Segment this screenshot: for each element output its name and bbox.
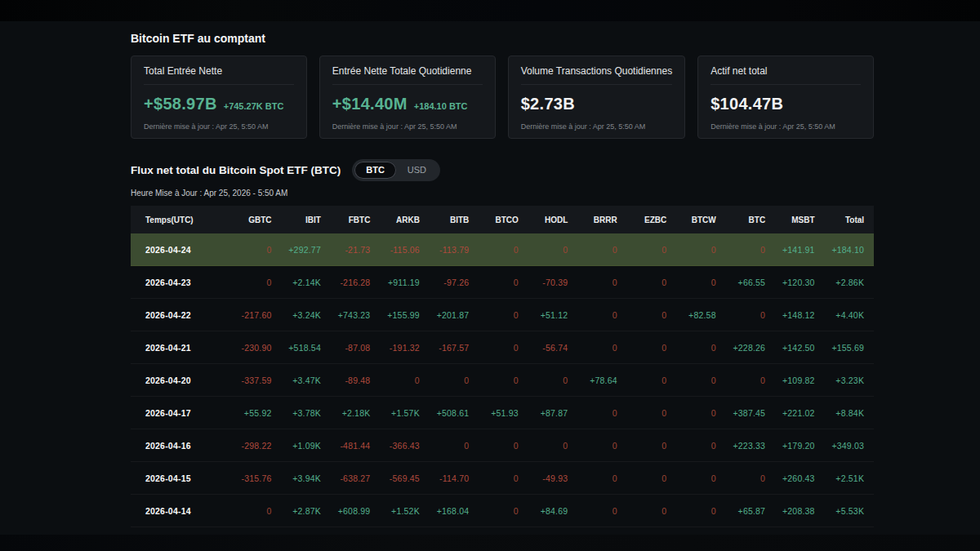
flow-value: 0 (568, 343, 617, 353)
flow-value: -481.44 (321, 441, 370, 451)
column-header-ezbc: EZBC (617, 216, 666, 224)
flow-value: 0 (666, 278, 715, 287)
flow-value: +142.50 (765, 343, 814, 353)
column-header-bitb: BITB (420, 216, 469, 224)
flow-value: -114.70 (420, 473, 469, 483)
table-row[interactable]: 2026-04-20-337.59+3.47K-89.480000+78.640… (131, 364, 874, 397)
flows-section-title: Flux net total du Bitcoin Spot ETF (BTC) (131, 164, 341, 176)
flow-value: +228.26 (716, 343, 765, 353)
flow-value: 0 (617, 441, 666, 451)
table-row[interactable]: 2026-04-22-217.60+3.24K+743.23+155.99+20… (131, 299, 874, 331)
flow-value: +208.38 (765, 506, 814, 516)
flow-value: 0 (568, 408, 617, 418)
flow-value: -366.43 (370, 441, 419, 451)
card-daily-volume: Volume Transactions Quotidiennes $2.73B … (508, 56, 685, 139)
card-sub-value: +184.10 BTC (414, 101, 468, 111)
stat-cards: Total Entrée Nette +$58.97B +745.27K BTC… (131, 56, 874, 139)
flow-value: 0 (666, 473, 715, 483)
flow-value: -569.45 (370, 473, 419, 483)
flow-value: +292.77 (271, 245, 320, 255)
flow-value: +508.61 (420, 408, 469, 418)
flow-value: +3.47K (271, 375, 320, 385)
card-title: Actif net total (710, 65, 861, 85)
page-title: Bitcoin ETF au comptant (131, 32, 874, 45)
flow-value: -87.08 (321, 343, 370, 353)
flow-value: 0 (716, 473, 765, 483)
flow-value: +179.20 (765, 441, 814, 451)
flow-value: -638.27 (321, 473, 370, 483)
flow-value: 0 (568, 310, 617, 320)
flow-value: +911.19 (370, 278, 419, 287)
card-value: +$58.97B (144, 95, 217, 113)
flow-value: 0 (469, 441, 518, 451)
flow-value: +55.92 (222, 408, 271, 418)
flow-value: +349.03 (815, 441, 864, 451)
table-row[interactable]: 2026-04-140+2.87K+608.99+1.52K+168.040+8… (131, 495, 874, 527)
card-sub-value: +745.27K BTC (224, 101, 284, 111)
table-row[interactable]: 2026-04-240+292.77-21.73-115.06-113.7900… (131, 233, 874, 266)
flow-value: 0 (617, 245, 666, 255)
flow-value: 0 (469, 473, 518, 483)
flow-value: +82.58 (666, 310, 715, 320)
flow-value: 0 (222, 245, 271, 255)
flow-value: +1.57K (370, 408, 419, 418)
flow-value: +743.23 (321, 310, 370, 320)
column-header-btco: BTCO (469, 216, 518, 224)
table-row[interactable]: 2026-04-15-315.76+3.94K-638.27-569.45-11… (131, 462, 874, 495)
flow-value: 0 (469, 245, 518, 255)
toggle-option-usd[interactable]: USD (396, 162, 438, 179)
card-updated-text: Dernière mise à jour : Apr 25, 5:50 AM (332, 122, 483, 131)
flow-value: +120.30 (765, 278, 814, 287)
flow-value: +141.91 (765, 245, 814, 255)
flow-value: 0 (568, 441, 617, 451)
flow-value: 0 (716, 245, 765, 255)
row-date: 2026-04-15 (131, 473, 222, 483)
flow-value: +4.40K (815, 310, 864, 320)
flow-value: 0 (222, 278, 271, 287)
row-date: 2026-04-24 (131, 245, 222, 255)
flow-value: 0 (617, 343, 666, 353)
flow-value: 0 (469, 506, 518, 516)
column-header-brrr: BRRR (568, 216, 617, 224)
flows-section-header: Flux net total du Bitcoin Spot ETF (BTC)… (131, 159, 874, 181)
flow-value: -21.73 (321, 245, 370, 255)
flow-value: +148.12 (765, 310, 814, 320)
browser-chrome-bar (0, 0, 980, 21)
currency-toggle[interactable]: BTC USD (352, 159, 440, 181)
flow-value: +1.09K (271, 441, 320, 451)
table-row[interactable]: 2026-04-16-298.22+1.09K-481.44-366.43000… (131, 429, 874, 462)
flow-value: +1.52K (370, 506, 419, 516)
flow-value: -89.48 (321, 375, 370, 385)
flow-value: 0 (666, 343, 715, 353)
flow-value: +87.87 (519, 408, 568, 418)
table-body: 2026-04-240+292.77-21.73-115.06-113.7900… (131, 233, 874, 551)
column-header-temps-utc-: Temps(UTC) (131, 216, 222, 224)
flow-value: 0 (716, 310, 765, 320)
flow-value: +51.12 (519, 310, 568, 320)
row-date: 2026-04-21 (131, 343, 222, 353)
flows-updated-text: Heure Mise à Jour : Apr 25, 2026 - 5:50 … (131, 189, 874, 198)
card-updated-text: Dernière mise à jour : Apr 25, 5:50 AM (144, 122, 294, 131)
flow-value: 0 (666, 408, 715, 418)
card-title: Total Entrée Nette (144, 65, 294, 85)
flow-value: 0 (617, 506, 666, 516)
table-row[interactable]: 2026-04-17+55.92+3.78K+2.18K+1.57K+508.6… (131, 397, 874, 429)
flow-value: +78.64 (568, 375, 617, 385)
toggle-option-btc[interactable]: BTC (354, 162, 396, 179)
flow-value: 0 (617, 310, 666, 320)
row-date: 2026-04-20 (131, 375, 222, 385)
row-date: 2026-04-16 (131, 441, 222, 451)
flow-value: +3.24K (271, 310, 320, 320)
flow-value: -113.79 (420, 245, 469, 255)
flow-value: +109.82 (765, 375, 814, 385)
flow-value: -216.28 (321, 278, 370, 287)
table-row[interactable]: 2026-04-21-230.90+518.54-87.08-191.32-16… (131, 331, 874, 364)
flow-value: +51.93 (469, 408, 518, 418)
flow-value: 0 (568, 245, 617, 255)
table-row[interactable]: 2026-04-230+2.14K-216.28+911.19-97.260-7… (131, 266, 874, 299)
card-value: +$14.40M (332, 95, 408, 113)
flow-value: 0 (666, 441, 715, 451)
flow-value: +2.86K (815, 278, 864, 287)
flow-value: 0 (519, 245, 568, 255)
card-daily-total-net-inflow: Entrée Nette Totale Quotidienne +$14.40M… (319, 56, 496, 139)
